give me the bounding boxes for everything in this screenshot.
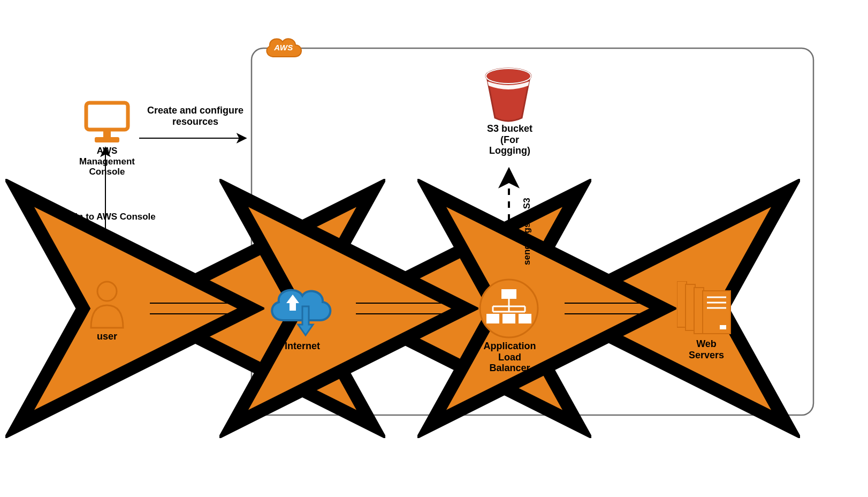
s3-bucket-label: S3 bucket (For Logging) xyxy=(474,123,546,156)
svg-rect-15 xyxy=(501,289,516,299)
edge-send-logs-label: send logs to S3 xyxy=(522,198,532,265)
svg-rect-24 xyxy=(519,314,531,323)
aws-cloud-badge-text: AWS xyxy=(262,43,305,52)
alb-label: Application Load Balancer xyxy=(476,341,543,374)
svg-point-9 xyxy=(97,282,117,301)
web-servers-label: Web Servers xyxy=(674,338,738,360)
internet-icon xyxy=(265,283,334,342)
console-label: AWS Management Console xyxy=(70,146,144,177)
edge-alb-web xyxy=(554,303,664,314)
svg-rect-23 xyxy=(502,314,515,323)
s3-bucket-icon xyxy=(479,64,538,123)
svg-rect-22 xyxy=(486,314,499,323)
console-icon xyxy=(83,101,131,145)
user-icon xyxy=(86,278,128,329)
diagram-canvas xyxy=(0,0,868,497)
svg-rect-32 xyxy=(720,325,726,329)
edge-internet-alb xyxy=(345,303,466,314)
edge-login-label: Login to AWS Console xyxy=(51,212,163,222)
svg-rect-11 xyxy=(92,108,123,124)
user-label: user xyxy=(80,331,134,342)
aws-cloud-badge: AWS xyxy=(262,33,305,65)
web-servers-icon xyxy=(677,281,736,337)
svg-rect-12 xyxy=(103,131,111,137)
edge-user-internet xyxy=(139,303,252,314)
svg-rect-13 xyxy=(95,137,119,142)
alb-icon xyxy=(479,278,539,338)
edge-create-label: Create and configure resources xyxy=(136,105,254,127)
internet-label: Internet xyxy=(270,341,334,352)
